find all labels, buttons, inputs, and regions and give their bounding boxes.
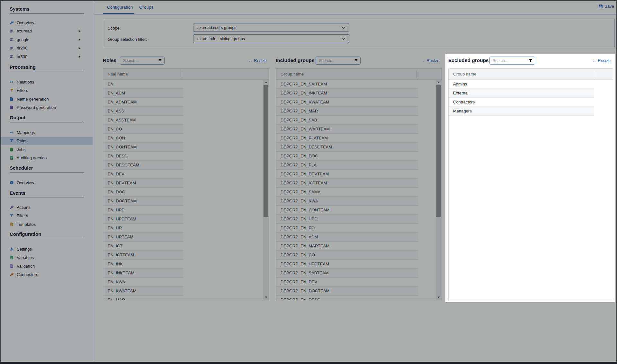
sidebar-item-filters[interactable]: Filters xyxy=(0,212,94,220)
tab-configuration[interactable]: Configuration xyxy=(107,5,133,10)
sidebar-item-azuread[interactable]: azuread▶ xyxy=(0,27,94,35)
table-row[interactable]: DEPGRP_EN_PLATEAM xyxy=(276,134,418,143)
table-row[interactable]: DEPGRP_EN_PO xyxy=(276,224,418,233)
table-row[interactable]: EN_INK xyxy=(103,260,183,269)
sidebar-item-roles[interactable]: Roles xyxy=(0,137,93,145)
table-row[interactable]: EN_KWA xyxy=(103,278,183,287)
sidebar-item-google[interactable]: google▶ xyxy=(0,35,94,44)
table-row[interactable]: EN_DOCTEAM xyxy=(103,197,183,206)
sidebar-item-actions[interactable]: Actions xyxy=(0,203,94,211)
table-row[interactable]: DEPGRP_EN_WARTEAM xyxy=(276,125,418,134)
arrows-icon xyxy=(10,80,14,84)
table-row[interactable]: EN_ICTTEAM xyxy=(103,251,183,260)
table-row[interactable]: EN_ICT xyxy=(103,242,183,251)
table-row[interactable]: EN_INKTEAM xyxy=(103,269,183,278)
group-selection-filter-dropdown[interactable]: azure_role_mining_groups xyxy=(193,34,349,43)
scrollbar-thumb[interactable] xyxy=(436,85,441,217)
table-row[interactable]: EN_DESGTEAM xyxy=(103,161,183,170)
table-row[interactable]: EN_HRTEAM xyxy=(103,233,183,242)
table-row[interactable]: DEPGRP_EN_PLA xyxy=(276,161,418,170)
table-row[interactable]: EN_ADM xyxy=(103,89,183,98)
table-row[interactable]: Contractors xyxy=(449,98,594,107)
scope-label: Scope: xyxy=(108,26,121,31)
filter-funnel-icon[interactable] xyxy=(354,59,358,63)
scroll-up-button[interactable] xyxy=(436,80,441,85)
table-row[interactable]: DEPGRP_EN_SAMA xyxy=(276,188,418,197)
table-row[interactable]: DEPGRP_EN_DEV xyxy=(276,278,418,287)
table-row[interactable]: DEPGRP_EN_DESG xyxy=(276,296,418,300)
sidebar-item-password-generation[interactable]: Password generation xyxy=(0,103,94,112)
table-row[interactable]: DEPGRP_EN_INKTEAM xyxy=(276,89,418,98)
filter-funnel-icon[interactable] xyxy=(529,59,532,63)
scrollbar-thumb[interactable] xyxy=(264,85,268,217)
table-row[interactable]: EN_HPD xyxy=(103,206,183,215)
table-row[interactable]: DEPGRP_EN_SAITEAM xyxy=(276,80,418,89)
sidebar-item-templates[interactable]: Templates xyxy=(0,220,94,228)
table-row[interactable]: DEPGRP_EN_DESGTEAM xyxy=(276,143,418,152)
table-row[interactable]: DEPGRP_EN_SAB xyxy=(276,116,418,125)
sidebar-item-name-generation[interactable]: Name generation xyxy=(0,95,94,103)
tab-groups[interactable]: Groups xyxy=(139,5,153,10)
table-row[interactable]: EN_ASSTEAM xyxy=(103,116,183,125)
sidebar-item-filters[interactable]: Filters xyxy=(0,86,94,95)
table-row[interactable]: EN_ADMTEAM xyxy=(103,98,183,107)
table-row[interactable]: EN xyxy=(103,80,183,89)
row-label: DEPGRP_EN_HPD xyxy=(281,217,317,221)
table-row[interactable]: EN_CON xyxy=(103,134,183,143)
roles-resize-button[interactable]: ↔Resize xyxy=(248,58,267,63)
table-row[interactable]: DEPGRP_EN_ICTTEAM xyxy=(276,179,418,188)
table-row[interactable]: DEPGRP_EN_KWA xyxy=(276,197,418,206)
scroll-down-button[interactable] xyxy=(263,295,269,300)
table-row[interactable]: DEPGRP_EN_CO xyxy=(276,251,418,260)
sidebar-item-settings[interactable]: Settings xyxy=(0,245,94,253)
table-row[interactable]: EN_DOC xyxy=(103,188,183,197)
table-row[interactable]: DEPGRP_EN_DOC xyxy=(276,152,418,161)
scope-dropdown[interactable]: azuread:users-groups xyxy=(193,23,349,32)
sidebar-item-hr200[interactable]: hr200▶ xyxy=(0,44,94,52)
table-row[interactable]: EN_MAR xyxy=(103,296,183,300)
included-groups-scrollbar[interactable] xyxy=(436,80,441,300)
table-row[interactable]: Managers xyxy=(449,107,594,116)
sidebar-item-connectors[interactable]: Connectors xyxy=(0,271,94,279)
sidebar-item-variables[interactable]: Variables xyxy=(0,253,94,262)
sidebar-item-relations[interactable]: Relations xyxy=(0,78,94,86)
excluded-groups-search-input[interactable] xyxy=(489,57,535,65)
table-row[interactable]: EN_CONTEAM xyxy=(103,143,183,152)
table-row[interactable]: DEPGRP_EN_HPDTEAM xyxy=(276,260,418,269)
filter-funnel-icon[interactable] xyxy=(158,59,162,63)
included-groups-search-input[interactable] xyxy=(316,57,361,65)
table-row[interactable]: EN_HPDTEAM xyxy=(103,215,183,224)
table-row[interactable]: DEPGRP_EN_KWATEAM xyxy=(276,98,418,107)
included-groups-resize-button[interactable]: ↔Resize xyxy=(421,58,439,63)
roles-scrollbar[interactable] xyxy=(263,80,269,300)
table-row[interactable]: DEPGRP_EN_MAR xyxy=(276,107,418,116)
sidebar-item-overview[interactable]: Overview xyxy=(0,178,94,187)
table-row[interactable]: DEPGRP_EN_SABTEAM xyxy=(276,269,418,278)
sidebar-item-overview[interactable]: Overview xyxy=(0,18,94,27)
table-row[interactable]: EN_HR xyxy=(103,224,183,233)
excluded-groups-resize-button[interactable]: ↔Resize xyxy=(592,58,611,63)
scroll-down-button[interactable] xyxy=(436,295,441,300)
table-row[interactable]: DEPGRP_EN_DOCTEAM xyxy=(276,287,418,296)
sidebar-item-mappings[interactable]: Mappings xyxy=(0,128,94,137)
chevron-down-icon xyxy=(341,38,345,40)
sidebar-item-validation[interactable]: Validation xyxy=(0,262,94,270)
table-row[interactable]: EN_DEVTEAM xyxy=(103,179,183,188)
table-row[interactable]: DEPGRP_EN_CONTEAM xyxy=(276,206,418,215)
save-button[interactable]: Save xyxy=(598,4,614,9)
table-row[interactable]: External xyxy=(449,89,594,98)
table-row[interactable]: DEPGRP_EN_HPD xyxy=(276,215,418,224)
sidebar-item-auditing-queries[interactable]: Auditing queries xyxy=(0,154,94,162)
table-row[interactable]: EN_CO xyxy=(103,125,183,134)
table-row[interactable]: DEPGRP_EN_DEVTEAM xyxy=(276,170,418,179)
table-row[interactable]: EN_DEV xyxy=(103,170,183,179)
scroll-up-button[interactable] xyxy=(263,80,269,85)
table-row[interactable]: EN_ASS xyxy=(103,107,183,116)
table-row[interactable]: EN_KWATEAM xyxy=(103,287,183,296)
table-row[interactable]: DEPGRP_EN_MARTEAM xyxy=(276,242,418,251)
sidebar-item-hr500[interactable]: hr500▶ xyxy=(0,52,94,61)
table-row[interactable]: DEPGRP_EN_ADM xyxy=(276,233,418,242)
sidebar-item-jobs[interactable]: Jobs xyxy=(0,145,94,154)
table-row[interactable]: EN_DESG xyxy=(103,152,183,161)
table-row[interactable]: Admins xyxy=(449,80,594,89)
